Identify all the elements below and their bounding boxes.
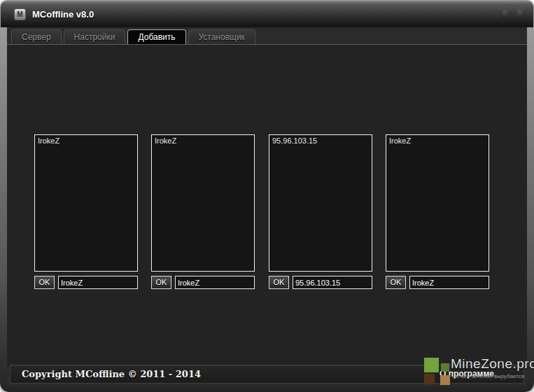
app-icon: M xyxy=(14,8,26,20)
window-controls xyxy=(500,7,525,18)
tab-add[interactable]: Добавить xyxy=(127,29,185,44)
minimize-button[interactable] xyxy=(500,7,510,18)
window-title: MCoffline v8.0 xyxy=(32,9,94,20)
ok-button-4[interactable]: OK xyxy=(386,276,406,289)
account-listbox-2[interactable]: IrokeZ xyxy=(151,134,255,272)
ok-row-2: OK xyxy=(151,276,255,289)
list-item[interactable]: IrokeZ xyxy=(35,135,137,146)
ok-button-1[interactable]: OK xyxy=(34,276,55,289)
account-column-2: IrokeZ OK xyxy=(151,134,255,289)
account-column-1: IrokeZ OK xyxy=(34,134,138,289)
status-bar: Copyright MCoffline © 2011 - 2014 О прог… xyxy=(10,365,524,384)
list-item[interactable]: IrokeZ xyxy=(152,135,254,146)
tab-server[interactable]: Сервер xyxy=(11,29,62,44)
ok-row-3: OK xyxy=(269,276,372,289)
copyright-text: Copyright MCoffline © 2011 - 2014 xyxy=(22,369,201,379)
ok-row-1: OK xyxy=(34,276,138,289)
tab-page-add: IrokeZ OK IrokeZ OK 95.96.103.15 xyxy=(7,44,527,366)
window-body: Сервер Настройки Добавить Установщик Iro… xyxy=(7,27,527,386)
ok-button-3[interactable]: OK xyxy=(269,276,289,289)
name-input-2[interactable] xyxy=(175,276,255,289)
account-listbox-4[interactable]: IrokeZ xyxy=(386,134,489,272)
list-item[interactable]: 95.96.103.15 xyxy=(269,135,372,146)
account-listbox-1[interactable]: IrokeZ xyxy=(34,134,138,272)
account-column-3: 95.96.103.15 OK xyxy=(269,134,372,289)
name-input-3[interactable] xyxy=(293,276,372,289)
account-listbox-3[interactable]: 95.96.103.15 xyxy=(269,134,372,272)
about-link[interactable]: О программе xyxy=(440,369,494,379)
title-bar: M MCoffline v8.0 xyxy=(1,1,533,27)
ok-row-4: OK xyxy=(386,276,489,289)
tab-settings[interactable]: Настройки xyxy=(64,29,126,44)
close-button[interactable] xyxy=(514,7,525,18)
ok-button-2[interactable]: OK xyxy=(151,276,171,289)
name-input-1[interactable] xyxy=(58,276,138,289)
list-item[interactable]: IrokeZ xyxy=(386,135,489,146)
tab-installer[interactable]: Установщик xyxy=(188,29,255,44)
account-column-4: IrokeZ OK xyxy=(386,134,489,289)
app-window: M MCoffline v8.0 Сервер Настройки Добави… xyxy=(0,0,534,392)
app-icon-letter: M xyxy=(17,10,22,18)
name-input-4[interactable] xyxy=(409,276,489,289)
tab-strip: Сервер Настройки Добавить Установщик xyxy=(11,29,255,44)
